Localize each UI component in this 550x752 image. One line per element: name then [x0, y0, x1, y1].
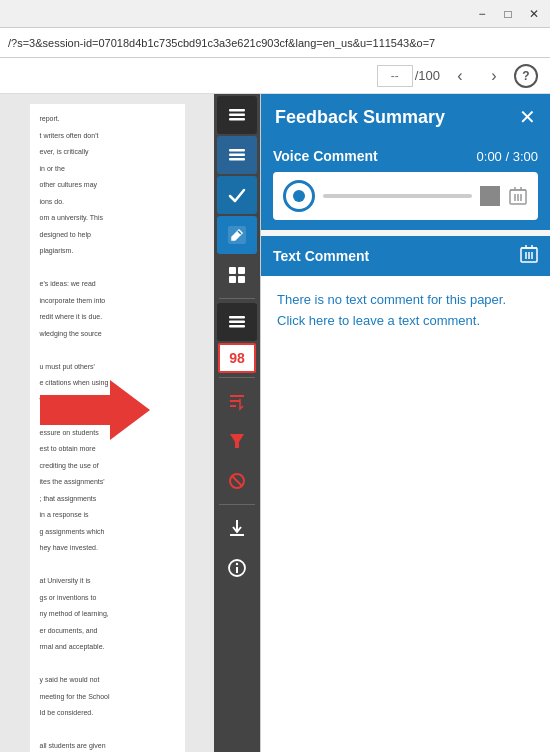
document-area: report.t writers often don'tever, is cri… — [0, 94, 214, 752]
document-line: plagiarism. — [40, 246, 175, 257]
play-button-inner — [293, 190, 305, 202]
feedback-panel: Feedback Summary ✕ Voice Comment 0:00 / … — [260, 94, 550, 752]
next-page-button[interactable]: › — [480, 62, 508, 90]
svg-rect-6 — [229, 158, 245, 161]
red-arrow — [40, 380, 150, 440]
document-line: ; that assignments — [40, 494, 175, 505]
score-value: 98 — [229, 350, 245, 366]
document-line: Id be considered. — [40, 708, 175, 719]
text-comment-header: Text Comment — [273, 244, 538, 268]
document-line: ions do. — [40, 197, 175, 208]
document-line — [40, 560, 175, 571]
document-line: all students are given — [40, 741, 175, 752]
text-comment-title: Text Comment — [273, 248, 369, 264]
document-line: crediting the use of — [40, 461, 175, 472]
svg-rect-1 — [229, 109, 245, 112]
document-line: hey have invested. — [40, 543, 175, 554]
sidebar-icon-info[interactable] — [217, 549, 257, 587]
svg-rect-9 — [238, 267, 245, 274]
sidebar-divider-1 — [219, 298, 255, 299]
page-indicator: /100 — [377, 65, 440, 87]
svg-rect-3 — [229, 118, 245, 121]
score-badge[interactable]: 98 — [218, 343, 256, 373]
toolbar: /100 ‹ › ? — [0, 58, 550, 94]
url-text: /?s=3&session-id=07018d4b1c735cbd91c3a3e… — [8, 37, 435, 49]
sidebar-icon-layers-top[interactable] — [217, 96, 257, 134]
svg-marker-18 — [230, 434, 244, 448]
document-line: gs or inventions to — [40, 593, 175, 604]
page-total: /100 — [415, 68, 440, 83]
panel-header: Feedback Summary ✕ — [261, 94, 550, 140]
document-line: other cultures may — [40, 180, 175, 191]
document-line: in or the — [40, 164, 175, 175]
document-line: redit where it is due. — [40, 312, 175, 323]
document-line — [40, 345, 175, 356]
sidebar-icon-layers-mid[interactable] — [217, 136, 257, 174]
svg-line-20 — [232, 476, 242, 486]
help-button[interactable]: ? — [514, 64, 538, 88]
svg-rect-5 — [229, 154, 245, 157]
svg-rect-4 — [229, 149, 245, 152]
document-line: designed to help — [40, 230, 175, 241]
stop-button[interactable] — [480, 186, 500, 206]
document-line: rmal and acceptable. — [40, 642, 175, 653]
sidebar-icon-sort[interactable] — [217, 382, 257, 420]
sidebar-divider-3 — [219, 504, 255, 505]
prev-page-button[interactable]: ‹ — [446, 62, 474, 90]
sidebar-icon-layers-bottom[interactable] — [217, 303, 257, 341]
voice-controls — [273, 172, 538, 220]
main-area: report.t writers often don'tever, is cri… — [0, 94, 550, 752]
text-comment-message[interactable]: There is no text comment for this paper.… — [277, 290, 534, 332]
play-button[interactable] — [283, 180, 315, 212]
text-comment-section: Text Comment — [261, 236, 550, 276]
sidebar-icons: 98 — [214, 94, 260, 752]
voice-comment-header: Voice Comment 0:00 / 3:00 — [273, 148, 538, 164]
audio-progress-bar[interactable] — [323, 194, 472, 198]
document-line: u must put others' — [40, 362, 175, 373]
panel-close-button[interactable]: ✕ — [519, 107, 536, 127]
document-line: om a university. This — [40, 213, 175, 224]
document-line: incorporate them into — [40, 296, 175, 307]
delete-voice-button[interactable] — [508, 186, 528, 206]
sidebar-icon-filter[interactable] — [217, 422, 257, 460]
document-line — [40, 725, 175, 736]
text-comment-content: There is no text comment for this paper.… — [261, 276, 550, 752]
svg-rect-8 — [229, 267, 236, 274]
document-line: in a response is — [40, 510, 175, 521]
svg-rect-12 — [229, 316, 245, 319]
svg-rect-11 — [238, 276, 245, 283]
document-line: ny method of learning, — [40, 609, 175, 620]
document-line: meeting for the School — [40, 692, 175, 703]
svg-rect-2 — [229, 114, 245, 117]
window-chrome: − □ ✕ — [0, 0, 550, 28]
document-line: t writers often don't — [40, 131, 175, 142]
svg-point-25 — [236, 563, 238, 565]
address-bar: /?s=3&session-id=07018d4b1c735cbd91c3a3e… — [0, 28, 550, 58]
document-line: er documents, and — [40, 626, 175, 637]
sidebar-icon-grid[interactable] — [217, 256, 257, 294]
voice-comment-title: Voice Comment — [273, 148, 378, 164]
document-line: e's ideas: we read — [40, 279, 175, 290]
document-line: y said he would not — [40, 675, 175, 686]
document-line — [40, 263, 175, 274]
sidebar-icon-edit[interactable] — [217, 216, 257, 254]
sidebar-icon-download[interactable] — [217, 509, 257, 547]
sidebar-divider-2 — [219, 377, 255, 378]
sidebar-icon-cancel[interactable] — [217, 462, 257, 500]
minimize-button[interactable]: − — [474, 6, 490, 22]
page-input[interactable] — [377, 65, 413, 87]
document-line: at University it is — [40, 576, 175, 587]
voice-comment-section: Voice Comment 0:00 / 3:00 — [261, 140, 550, 230]
svg-rect-14 — [229, 325, 245, 328]
svg-marker-0 — [40, 380, 150, 440]
delete-text-button[interactable] — [520, 244, 538, 268]
document-line: est to obtain more — [40, 444, 175, 455]
sidebar-icon-check[interactable] — [217, 176, 257, 214]
svg-rect-13 — [229, 321, 245, 324]
document-line: wledging the source — [40, 329, 175, 340]
document-line — [40, 659, 175, 670]
maximize-button[interactable]: □ — [500, 6, 516, 22]
document-line: report. — [40, 114, 175, 125]
document-line: g assignments which — [40, 527, 175, 538]
close-window-button[interactable]: ✕ — [526, 6, 542, 22]
